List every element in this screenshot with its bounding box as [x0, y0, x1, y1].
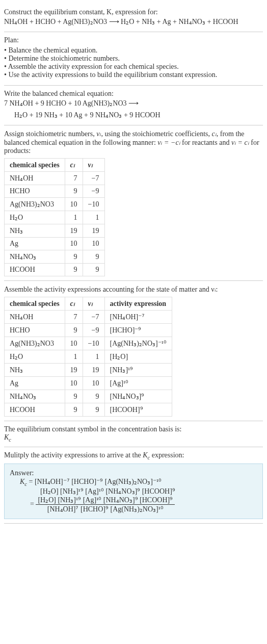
plan-item: Use the activity expressions to build th… — [4, 71, 263, 79]
table-row: NH₃1919[NH₃]¹⁹ — [5, 364, 172, 377]
header-ci: cᵢ — [65, 297, 83, 311]
table-row: NH₃1919 — [5, 224, 105, 238]
denominator: [NH₄OH]⁷ [HCHO]⁹ [Ag(NH₃)₂NO₃]¹⁰ — [36, 505, 175, 513]
table-row: HCOOH99 — [5, 264, 105, 276]
activity-intro: Assemble the activity expressions accoun… — [4, 285, 263, 294]
table-row: HCOOH99[HCOOH]⁹ — [5, 403, 172, 417]
final-section: Mulitply the activity expressions to arr… — [4, 447, 263, 524]
table-row: Ag1010[Ag]¹⁰ — [5, 377, 172, 390]
stoichiometric-table: chemical species cᵢ νᵢ NH₄OH7−7 HCHO9−9 … — [4, 158, 105, 276]
table-row: NH₄OH7−7 — [5, 172, 105, 185]
stoich-intro: Assign stoichiometric numbers, νᵢ, using… — [4, 130, 263, 155]
reactants: NH₄OH + HCHO + Ag(NH3)₂NO3 — [4, 18, 107, 25]
plan-list: Balance the chemical equation. Determine… — [4, 46, 263, 79]
answer-box: Answer: Kc = [NH₄OH]⁻⁷ [HCHO]⁻⁹ [Ag(NH₃)… — [4, 463, 263, 519]
table-row: Ag(NH3)₂NO310−10 — [5, 198, 105, 211]
answer-label: Answer: — [10, 469, 257, 477]
products: H₂O + NH₃ + Ag + NH₄NO₃ + HCOOH — [121, 18, 238, 25]
table-row: Ag1010 — [5, 238, 105, 250]
table-row: Ag(NH3)₂NO310−10[Ag(NH₃)₂NO₃]⁻¹⁰ — [5, 337, 172, 350]
balanced-intro: Write the balanced chemical equation: — [4, 90, 263, 98]
kc-intro: The equilibrium constant symbol in the c… — [4, 425, 263, 433]
plan-item: Balance the chemical equation. — [4, 46, 263, 55]
balanced-equation-section: Write the balanced chemical equation: 7 … — [4, 86, 263, 125]
final-intro: Mulitply the activity expressions to arr… — [4, 451, 263, 460]
header-vi: νᵢ — [83, 297, 104, 311]
table-row: HCHO9−9[HCHO]⁻⁹ — [5, 324, 172, 337]
unbalanced-equation: NH₄OH + HCHO + Ag(NH3)₂NO3 ⟶ H₂O + NH₃ +… — [4, 16, 263, 28]
plan-item: Determine the stoichiometric numbers. — [4, 55, 263, 63]
header-species: chemical species — [5, 297, 65, 311]
header-species: chemical species — [5, 159, 65, 172]
fraction: [H₂O] [NH₃]¹⁹ [Ag]¹⁰ [NH₄NO₃]⁹ [HCOOH]⁹ … — [36, 496, 175, 513]
answer-expression: Kc = [NH₄OH]⁻⁷ [HCHO]⁻⁹ [Ag(NH₃)₂NO₃]⁻¹⁰… — [10, 477, 257, 513]
table-header-row: chemical species cᵢ νᵢ activity expressi… — [5, 297, 172, 311]
header-activity: activity expression — [104, 297, 172, 311]
table-row: H₂O11 — [5, 211, 105, 224]
activity-table: chemical species cᵢ νᵢ activity expressi… — [4, 297, 172, 417]
stoichiometric-section: Assign stoichiometric numbers, νᵢ, using… — [4, 125, 263, 281]
table-row: NH₄NO₃99 — [5, 250, 105, 264]
table-row: NH₄NO₃99[NH₄NO₃]⁹ — [5, 390, 172, 403]
plan-title: Plan: — [4, 36, 263, 44]
header-vi: νᵢ — [83, 159, 104, 172]
plan-item: Assemble the activity expression for eac… — [4, 63, 263, 71]
activity-section: Assemble the activity expressions accoun… — [4, 281, 263, 421]
arrow: ⟶ — [109, 18, 121, 25]
header-ci: cᵢ — [65, 159, 83, 172]
table-row: HCHO9−9 — [5, 185, 105, 198]
intro-text: Construct the equilibrium constant, K, e… — [4, 8, 263, 16]
table-row: NH₄OH7−7[NH₄OH]⁻⁷ — [5, 311, 172, 324]
balanced-line2: H₂O + 19 NH₃ + 10 Ag + 9 NH₄NO₃ + 9 HCOO… — [4, 110, 263, 121]
balanced-line1: 7 NH₄OH + 9 HCHO + 10 Ag(NH3)₂NO3 ⟶ — [4, 98, 263, 109]
plan-section: Plan: Balance the chemical equation. Det… — [4, 32, 263, 86]
table-row: H₂O11[H₂O] — [5, 350, 172, 364]
kc-symbol: Kc — [4, 433, 263, 443]
table-header-row: chemical species cᵢ νᵢ — [5, 159, 105, 172]
balanced-equation: 7 NH₄OH + 9 HCHO + 10 Ag(NH3)₂NO3 ⟶ H₂O … — [4, 98, 263, 121]
numerator: [H₂O] [NH₃]¹⁹ [Ag]¹⁰ [NH₄NO₃]⁹ [HCOOH]⁹ — [36, 496, 175, 505]
problem-statement: Construct the equilibrium constant, K, e… — [4, 4, 263, 32]
kc-symbol-section: The equilibrium constant symbol in the c… — [4, 421, 263, 447]
